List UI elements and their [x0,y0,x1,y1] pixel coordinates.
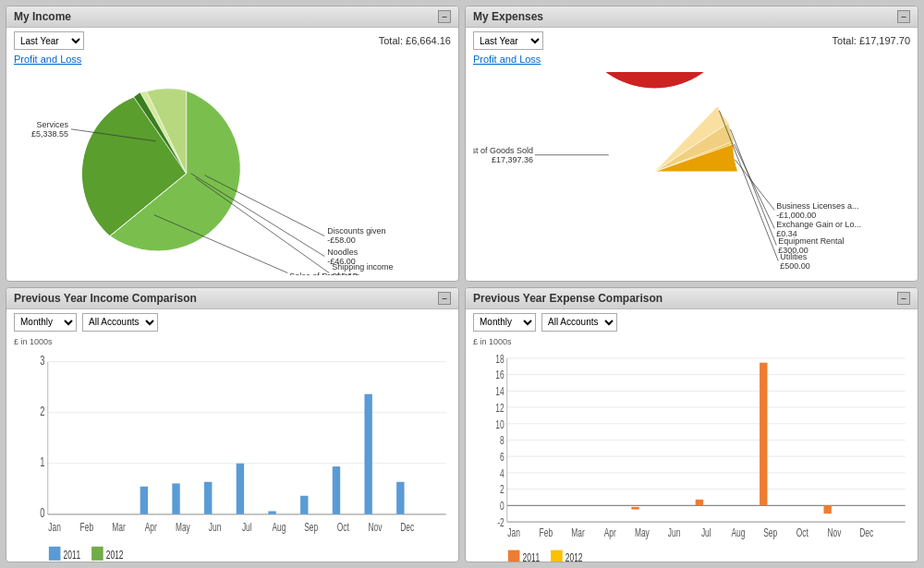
income-comparison-header: Previous Year Income Comparison – [6,288,458,309]
income-toolbar-left: Last Year This Year This Month [14,31,84,50]
expenses-label-cogs: Cost of Goods Sold [473,146,533,155]
expenses-value-cogs: £17,397.36 [492,155,533,164]
svg-text:Jan: Jan [48,520,61,533]
expenses-pie-chart: Cost of Goods Sold £17,397.36 Business L… [473,72,910,275]
income-pie-chart: Services £5,338.55 Discounts given -£58.… [14,72,451,275]
expense-comparison-period-select[interactable]: Monthly Quarterly Yearly [473,313,536,332]
svg-text:2012: 2012 [565,550,583,562]
svg-text:0: 0 [500,499,505,512]
svg-line-7 [734,144,774,229]
expense-comparison-chart: 18 16 14 12 10 8 6 4 2 0 -2 [473,346,910,562]
svg-text:Mar: Mar [571,526,585,538]
svg-text:18: 18 [495,351,504,364]
svg-text:2: 2 [40,403,44,418]
expenses-label-biz: Business Licenses a... [776,201,858,211]
income-comparison-chart: 3 2 1 0 [14,346,451,562]
svg-text:Oct: Oct [337,520,350,533]
svg-text:Jun: Jun [209,520,222,533]
bar-expense-2011-nov [823,505,831,514]
expense-comparison-toolbar-left: Monthly Quarterly Yearly All Accounts [473,313,617,332]
expenses-value-utilities: £500.00 [780,261,809,271]
bar-2011-aug [268,511,275,514]
income-label-noodles: Noodles [327,248,358,257]
svg-text:Apr: Apr [604,526,616,538]
expenses-label-utilities: Utilities [780,252,807,261]
bar-expense-2011-jul [696,499,703,504]
income-label-discounts: Discounts given [327,226,385,236]
svg-text:Feb: Feb [540,526,553,538]
income-comparison-minimize[interactable]: – [438,292,451,305]
svg-text:Jul: Jul [701,526,711,538]
svg-text:Sep: Sep [304,520,318,533]
income-comparison-account-select[interactable]: All Accounts [82,313,158,332]
income-period-select[interactable]: Last Year This Year This Month [14,31,84,50]
bar-2011-jun [204,481,212,514]
bar-2011-sep [300,495,308,514]
svg-text:2011: 2011 [64,548,81,561]
svg-text:1: 1 [40,453,44,469]
expenses-value-biz: -£1,000.00 [776,211,816,220]
svg-text:8: 8 [500,433,505,446]
expenses-panel-title: My Expenses [473,10,543,23]
svg-rect-74 [551,550,563,562]
expense-comparison-toolbar: Monthly Quarterly Yearly All Accounts [466,309,918,335]
bar-2011-apr [140,486,148,514]
svg-text:Mar: Mar [112,520,126,533]
expenses-chart-area: Cost of Goods Sold £17,397.36 Business L… [466,66,918,281]
bar-2011-nov [364,393,371,514]
income-value-shipping: £15.12 [332,272,357,274]
svg-text:16: 16 [495,368,504,381]
expenses-profit-loss-link[interactable]: Profit and Loss [473,54,541,65]
income-chart-area: Services £5,338.55 Discounts given -£58.… [6,66,458,281]
svg-text:Dec: Dec [400,520,414,533]
expense-comparison-panel: Previous Year Expense Comparison – Month… [465,287,918,563]
svg-rect-32 [49,546,61,560]
svg-text:10: 10 [495,417,504,429]
income-panel-header: My Income – [6,6,458,28]
svg-text:-2: -2 [497,515,504,528]
expense-comparison-minimize[interactable]: – [897,292,910,305]
svg-text:May: May [176,520,190,533]
svg-text:Dec: Dec [859,526,873,538]
svg-line-6 [735,160,774,211]
svg-line-9 [719,111,778,261]
svg-rect-34 [91,546,103,560]
svg-text:6: 6 [500,450,505,463]
income-value-discounts: -£58.00 [327,236,355,245]
bar-expense-2011-may [631,506,638,509]
expenses-panel: My Expenses – Last Year This Year This M… [465,6,918,282]
svg-text:Apr: Apr [145,520,157,533]
income-profit-loss-link[interactable]: Profit and Loss [14,54,81,65]
income-panel: My Income – Last Year This Year This Mon… [6,6,459,282]
expense-comparison-account-select[interactable]: All Accounts [541,313,617,332]
expense-comparison-header: Previous Year Expense Comparison – [466,288,918,309]
expenses-period-select[interactable]: Last Year This Year This Month [473,31,543,50]
expenses-minimize-button[interactable]: – [897,10,910,23]
svg-text:Sep: Sep [763,526,777,538]
svg-line-8 [730,129,776,246]
svg-text:Oct: Oct [796,526,808,538]
expense-comparison-title: Previous Year Expense Comparison [473,292,663,305]
svg-text:May: May [635,526,650,538]
svg-text:2: 2 [500,482,505,495]
income-comparison-period-select[interactable]: Monthly Quarterly Yearly [14,313,77,332]
income-label-shipping: Shipping income [332,263,393,272]
bar-2011-jul [237,463,244,514]
svg-rect-72 [508,550,520,562]
income-comparison-panel: Previous Year Income Comparison – Monthl… [6,287,459,563]
income-minimize-button[interactable]: – [438,10,451,23]
expenses-toolbar: Last Year This Year This Month Total: £1… [466,28,918,54]
svg-text:2011: 2011 [523,550,541,562]
income-comparison-toolbar-left: Monthly Quarterly Yearly All Accounts [14,313,158,332]
svg-text:Jan: Jan [507,526,520,538]
svg-text:14: 14 [495,384,504,397]
expenses-toolbar-left: Last Year This Year This Month [473,31,543,50]
svg-text:Feb: Feb [80,520,93,533]
income-toolbar: Last Year This Year This Month Total: £6… [6,28,458,54]
svg-text:Aug: Aug [272,520,286,533]
income-label-services: Services [37,120,69,129]
svg-text:Nov: Nov [828,526,842,538]
svg-text:Nov: Nov [369,520,383,533]
bar-2011-oct [333,466,340,514]
svg-text:12: 12 [495,401,504,414]
